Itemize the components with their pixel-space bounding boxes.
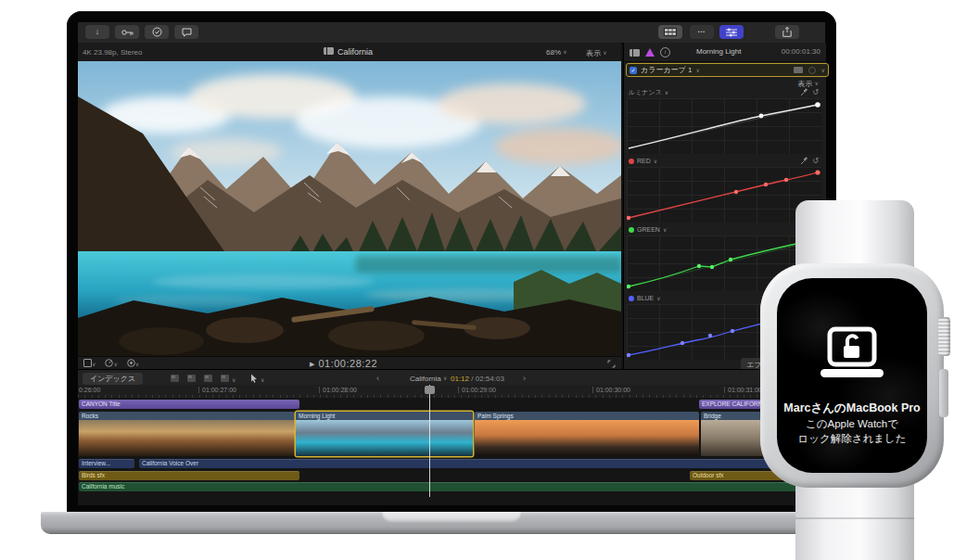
viewer-zoom-menu[interactable]: 68% ∨ <box>546 48 567 57</box>
green-label: GREEN <box>637 226 660 233</box>
luma-curve-graph[interactable] <box>627 98 821 154</box>
project-icon <box>324 47 334 55</box>
red-label: RED <box>637 158 651 164</box>
clip-label: CANYON Title <box>82 401 121 407</box>
clip-label: Outdoor sfx <box>693 472 724 478</box>
playhead-handle[interactable] <box>425 386 435 394</box>
share-icon <box>782 27 792 37</box>
scene: ↓ ••• 4K 23.98p, Stereo <box>0 0 954 560</box>
chevron-down-icon: ∨ <box>563 49 566 55</box>
green-section-header: GREEN∨ ↺ <box>629 224 819 235</box>
playhead[interactable] <box>429 385 430 497</box>
red-curve-graph[interactable] <box>627 167 821 223</box>
chat-bubble-icon <box>182 28 192 37</box>
inspector-clip-duration: 00:00:01:30 <box>782 47 820 56</box>
chevron-down-icon: ∨ <box>603 50 606 56</box>
cursor-tool-icon[interactable] <box>250 374 258 383</box>
key-icon <box>121 29 134 36</box>
index-button[interactable]: インデックス <box>83 373 143 385</box>
open-padlock-icon <box>847 336 858 346</box>
red-dot-icon <box>629 159 634 164</box>
download-icon: ↓ <box>95 28 100 36</box>
share-button[interactable] <box>775 25 799 39</box>
history-forward-button[interactable]: › <box>523 374 526 383</box>
eyedropper-icon[interactable] <box>800 157 808 165</box>
luma-section-header: ルミナンス∨ ↺ <box>629 87 819 97</box>
transform-menu[interactable]: ∨ <box>83 359 95 369</box>
ruler-label: 01:00:30:00 <box>592 387 630 393</box>
clip-label: Palm Springs <box>475 412 699 420</box>
play-icon[interactable]: ▶ <box>310 361 315 367</box>
watch-screen: MarcさんのMacBook Pro このApple Watchで ロック解除さ… <box>777 278 927 473</box>
sliders-icon <box>726 28 737 37</box>
chevron-down-icon: ∨ <box>261 376 264 383</box>
preview-icon[interactable] <box>794 67 803 73</box>
color-correction-row[interactable]: ✓ カラーカーブ 1 ∨ ∨ <box>626 63 829 77</box>
watch-notification-line2: ロック解除されました <box>777 432 927 446</box>
history-back-button[interactable]: ‹ <box>376 374 379 383</box>
import-button[interactable]: ↓ <box>85 25 109 39</box>
digital-crown <box>938 317 950 356</box>
viewer-video-frame[interactable] <box>78 61 621 356</box>
ruler-label: 01:00:31:00 <box>724 387 762 393</box>
keying-button[interactable] <box>115 25 139 39</box>
title-clip[interactable]: CANYON Title <box>79 400 299 409</box>
audio-clip-california-music[interactable]: California music <box>79 482 831 491</box>
video-clip-palm-springs[interactable]: Palm Springs <box>475 412 699 456</box>
clip-label: California music <box>82 483 124 490</box>
connect-clip-icon[interactable] <box>171 375 179 382</box>
viewer-pane: 4K 23.98p, Stereo California 68% ∨ 表示 ∨ <box>78 43 621 369</box>
watch-side-button <box>939 369 948 417</box>
viewer-footer: ∨ ∨ ∨ ▶ 01:00:28:22 <box>78 356 621 370</box>
insert-clip-icon[interactable] <box>187 375 196 382</box>
video-clip-rocks[interactable]: Rocks <box>79 412 295 456</box>
video-inspector-icon[interactable] <box>630 49 640 57</box>
red-section-header: RED∨ ↺ <box>629 156 819 166</box>
macbook-base <box>41 512 862 534</box>
effects-browser-button[interactable]: ••• <box>690 25 714 39</box>
info-inspector-icon[interactable]: i <box>660 47 670 57</box>
audio-clip-birds-sfx[interactable]: Birds sfx <box>79 471 299 480</box>
green-dot-icon <box>629 227 634 233</box>
retime-menu[interactable]: ∨ <box>105 359 117 369</box>
viewer-view-menu[interactable]: 表示 ∨ <box>586 48 607 58</box>
overwrite-clip-icon[interactable] <box>221 375 229 382</box>
effects-menu[interactable]: ∨ <box>127 359 139 369</box>
correction-checkbox[interactable]: ✓ <box>630 67 637 74</box>
timeline-timecode: 01:12 / 02:54:03 <box>451 375 504 383</box>
keyframe-icon[interactable] <box>808 67 816 74</box>
video-clip-morning-light[interactable]: Morning Light <box>296 412 473 456</box>
clip-label: California Voice Over <box>142 460 198 466</box>
watch-notification-title: MarcさんのMacBook Pro <box>777 401 927 416</box>
chevron-down-icon[interactable]: ∨ <box>821 67 825 73</box>
append-clip-icon[interactable] <box>204 375 212 382</box>
media-browser-button[interactable] <box>658 25 682 39</box>
inspector-toggle-button[interactable] <box>719 25 744 39</box>
timeline-project-menu[interactable]: California ∨ <box>410 375 447 383</box>
audio-clip-interview[interactable]: Interview... <box>79 459 134 468</box>
clip-label: Rocks <box>79 412 295 420</box>
reset-icon[interactable]: ↺ <box>812 157 819 165</box>
clip-label: Interview... <box>82 460 110 466</box>
fullscreen-icon[interactable] <box>607 360 616 368</box>
effects-icon <box>127 359 135 367</box>
reset-icon[interactable]: ↺ <box>812 88 819 96</box>
band-seam <box>795 517 914 519</box>
feedback-button[interactable] <box>174 25 198 39</box>
eyedropper-icon[interactable] <box>800 88 808 96</box>
timeline-ruler[interactable]: 0:26:00 01:00:27:00 01:00:28:00 01:00:29… <box>78 385 825 398</box>
blue-dot-icon <box>629 296 634 301</box>
clip-label: Birds sfx <box>82 472 105 478</box>
tasks-button[interactable] <box>145 25 169 39</box>
ruler-label: 01:00:28:00 <box>319 387 357 393</box>
inspector-clip-name: Morning Light <box>696 47 741 56</box>
watch-notification-line1: このApple Watchで <box>777 417 927 431</box>
check-circle-icon <box>152 27 162 37</box>
project-duration: 02:54:03 <box>476 375 504 383</box>
color-inspector-icon[interactable] <box>645 48 655 57</box>
blue-label: BLUE <box>637 295 654 301</box>
correction-name: カラーカーブ 1 <box>641 65 692 75</box>
timeline-tracks: CANYON Title EXPLORE CALIFORNIA Rocks Mo… <box>78 398 825 505</box>
audio-clip-voice-over[interactable]: California Voice Over <box>139 459 831 468</box>
mountain-lake-image <box>78 61 621 356</box>
